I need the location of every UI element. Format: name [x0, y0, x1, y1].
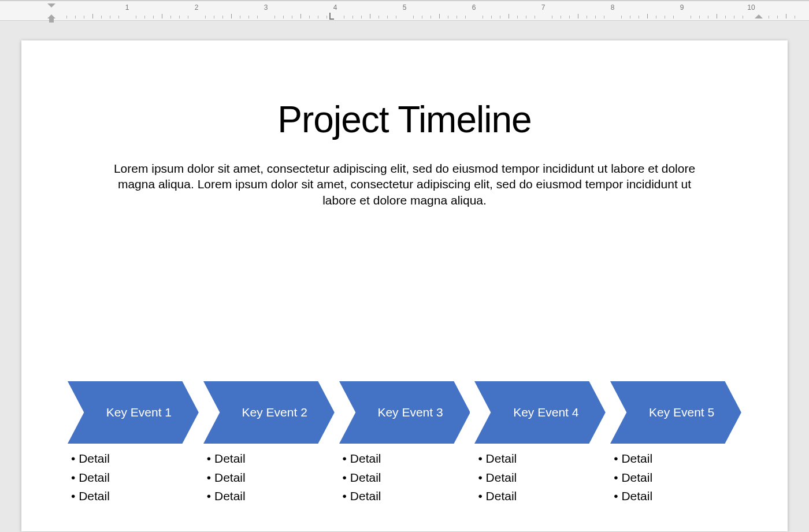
ruler-number: 3 [264, 3, 268, 12]
ruler-tick [743, 16, 743, 18]
indent-marker-left[interactable] [47, 2, 55, 20]
detail-item[interactable]: Detail [343, 468, 470, 488]
detail-item[interactable]: Detail [71, 449, 199, 468]
ruler-number: 9 [680, 3, 684, 12]
ruler-number: 8 [611, 3, 615, 12]
tab-stop-marker[interactable] [327, 13, 334, 20]
horizontal-ruler[interactable]: 12345678910 [35, 1, 797, 22]
ruler-number: 2 [195, 3, 199, 12]
ruler-number: 5 [403, 3, 407, 12]
slide-title[interactable]: Project Timeline [56, 98, 753, 141]
ruler-tick [483, 16, 483, 18]
ruler-tick [500, 16, 500, 18]
chevron-label[interactable]: Key Event 1 [68, 381, 199, 444]
slide[interactable]: Project Timeline Lorem ipsum dolor sit a… [21, 40, 788, 531]
ruler-tick [769, 16, 769, 18]
detail-column[interactable]: DetailDetailDetail [474, 449, 606, 506]
chevron-row: Key Event 1Key Event 2Key Event 3Key Eve… [68, 381, 741, 444]
ruler-tick [578, 14, 578, 18]
ruler-number: 7 [541, 3, 545, 12]
ruler-tick [604, 16, 604, 18]
ruler-tick [569, 16, 570, 18]
ruler-tick [413, 16, 414, 18]
ruler-tick [457, 16, 457, 18]
detail-item[interactable]: Detail [71, 468, 199, 488]
detail-row: DetailDetailDetailDetailDetailDetailDeta… [68, 449, 741, 506]
ruler-tick [101, 16, 102, 18]
timeline-smartart[interactable]: Key Event 1Key Event 2Key Event 3Key Eve… [68, 381, 741, 506]
slide-body-text[interactable]: Lorem ipsum dolor sit amet, consectetur … [101, 161, 708, 208]
ruler-tick [691, 16, 691, 18]
ruler-tick [795, 16, 795, 18]
ruler-tick [708, 16, 708, 18]
detail-item[interactable]: Detail [71, 487, 199, 506]
chevron-label[interactable]: Key Event 4 [474, 381, 606, 444]
detail-item[interactable]: Detail [614, 449, 741, 468]
ruler-tick [162, 14, 162, 18]
ruler-tick [300, 14, 301, 18]
ruler-tick [257, 16, 258, 18]
timeline-chevron[interactable]: Key Event 1 [68, 381, 199, 444]
ruler-tick [786, 14, 786, 18]
ruler-tick [205, 16, 206, 18]
chevron-label[interactable]: Key Event 2 [203, 381, 335, 444]
ruler-tick [699, 16, 700, 18]
ruler-tick [777, 16, 778, 18]
ruler-tick [734, 16, 734, 18]
ruler-marks: 12345678910 [35, 1, 797, 22]
detail-item[interactable]: Detail [614, 468, 741, 488]
ruler-tick [231, 14, 232, 18]
detail-column[interactable]: DetailDetailDetail [339, 449, 470, 506]
ruler-tick [509, 14, 509, 18]
detail-item[interactable]: Detail [207, 449, 335, 468]
detail-column[interactable]: DetailDetailDetail [610, 449, 741, 506]
indent-marker-right[interactable] [755, 2, 763, 20]
ruler-tick [75, 16, 76, 18]
ruler-tick [344, 16, 344, 18]
timeline-chevron[interactable]: Key Event 2 [203, 381, 335, 444]
ruler-number: 4 [333, 3, 337, 12]
timeline-chevron[interactable]: Key Event 5 [610, 381, 741, 444]
ruler-tick [318, 16, 318, 18]
timeline-chevron[interactable]: Key Event 4 [474, 381, 606, 444]
chevron-label[interactable]: Key Event 3 [339, 381, 470, 444]
ruler-tick [240, 16, 240, 18]
detail-item[interactable]: Detail [614, 487, 741, 506]
ruler-tick [248, 16, 249, 18]
ruler-tick [396, 16, 396, 18]
right-indent-icon[interactable] [755, 14, 763, 18]
canvas-area[interactable]: Project Timeline Lorem ipsum dolor sit a… [0, 21, 809, 532]
left-indent-icon[interactable] [49, 18, 54, 23]
ruler-tick [378, 16, 379, 18]
detail-item[interactable]: Detail [343, 449, 470, 468]
ruler-tick [526, 16, 526, 18]
ruler-tick [665, 16, 665, 18]
chevron-label[interactable]: Key Event 5 [610, 381, 741, 444]
ruler-tick [92, 14, 93, 18]
ruler-tick [370, 14, 370, 18]
ruler-tick [283, 16, 284, 18]
detail-column[interactable]: DetailDetailDetail [203, 449, 335, 506]
ruler-tick [136, 16, 136, 18]
ruler-tick [179, 16, 180, 18]
ruler-tick [465, 16, 466, 18]
ruler-tick [621, 16, 622, 18]
detail-item[interactable]: Detail [478, 468, 606, 488]
detail-item[interactable]: Detail [478, 449, 606, 468]
ruler-number: 10 [747, 3, 755, 12]
ruler-tick [292, 16, 292, 18]
detail-item[interactable]: Detail [478, 487, 606, 506]
hanging-indent-icon[interactable] [47, 14, 55, 18]
ruler-tick [309, 16, 310, 18]
ruler-tick [144, 16, 145, 18]
detail-item[interactable]: Detail [343, 487, 470, 506]
ruler-tick [214, 16, 214, 18]
timeline-chevron[interactable]: Key Event 3 [339, 381, 470, 444]
ruler-tick [439, 14, 440, 18]
detail-item[interactable]: Detail [207, 487, 335, 506]
first-line-indent-icon[interactable] [47, 3, 55, 8]
detail-item[interactable]: Detail [207, 468, 335, 488]
detail-column[interactable]: DetailDetailDetail [68, 449, 199, 506]
ruler-tick [448, 16, 448, 18]
ruler-tick [517, 16, 518, 18]
